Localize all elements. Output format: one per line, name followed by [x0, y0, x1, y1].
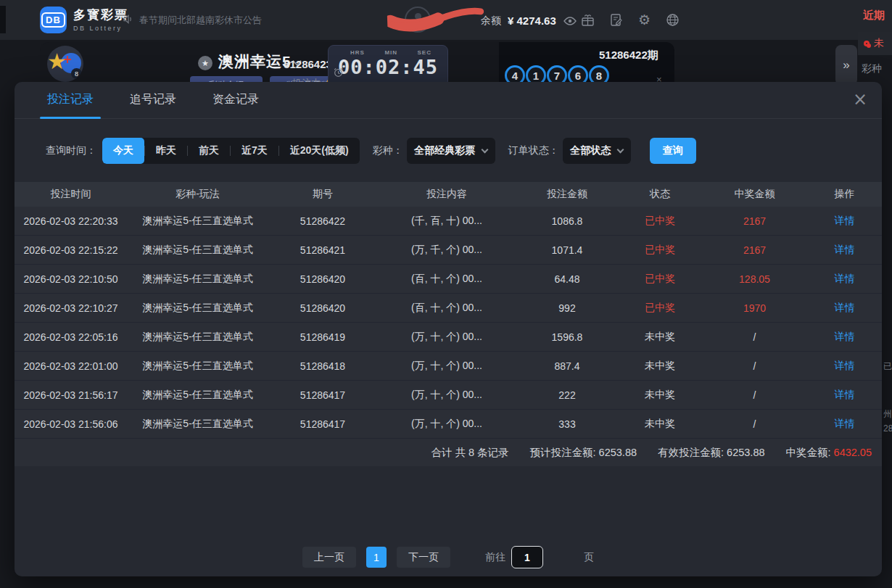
bet-content: (万, 十, 个) 00...	[377, 418, 516, 431]
report-icon[interactable]	[608, 12, 624, 28]
time-filter-day-before[interactable]: 前天	[188, 138, 230, 164]
bet-time: 2026-02-03 21:56:06	[15, 418, 127, 430]
favorite-star-icon[interactable]: ★	[198, 56, 212, 70]
game-playtype: 澳洲幸运5-任三直选单式	[127, 331, 268, 344]
game-playtype: 澳洲幸运5-任三直选单式	[127, 360, 268, 373]
table-row: 2026-02-03 22:01:00澳洲幸运5-任三直选单式51286418(…	[15, 352, 882, 381]
summary-total: 合计 共 8 条记录	[431, 446, 508, 460]
eight-ball: 8	[71, 68, 82, 79]
time-filter-label: 查询时间：	[46, 144, 96, 157]
alarm-clock-icon	[334, 67, 343, 78]
prize-value: /	[702, 418, 807, 430]
chevron-down-icon	[617, 146, 624, 153]
bet-amount: 64.48	[516, 273, 618, 285]
lottery-ball: 4	[505, 65, 525, 82]
table-row: 2026-02-03 22:05:16澳洲幸运5-任三直选单式51286419(…	[15, 323, 882, 352]
column-header-1: 彩种-玩法	[127, 188, 268, 201]
eye-icon[interactable]	[563, 13, 578, 28]
recent-tab-fragment[interactable]: 近期	[863, 9, 892, 22]
timer-labels: HRS MIN SEC	[329, 46, 447, 56]
detail-link[interactable]: 详情	[807, 273, 882, 286]
time-filter-today[interactable]: 今天	[102, 138, 144, 164]
detail-link[interactable]: 详情	[807, 302, 882, 315]
record-dot-icon	[864, 41, 870, 46]
bet-records-modal: 投注记录追号记录资金记录 × 查询时间： 今天昨天前天近7天近20天(低频) 彩…	[15, 82, 882, 576]
detail-link[interactable]: 详情	[807, 389, 882, 402]
time-filter-last-7-days[interactable]: 近7天	[231, 138, 278, 164]
game-playtype: 澳洲幸运5-任三直选单式	[127, 302, 268, 315]
search-button[interactable]: 查询	[650, 138, 696, 164]
unsettled-row-fragment[interactable]: 未	[858, 32, 892, 55]
table-body: 2026-02-03 22:20:33澳洲幸运5-任三直选单式51286422(…	[15, 207, 882, 439]
balance: 余额 ¥ 4274.63	[481, 13, 578, 28]
game-playtype: 澳洲幸运5-任三直选单式	[127, 389, 268, 402]
lottery-ball: 7	[547, 65, 567, 82]
brand-name-cn: 多寳彩票	[73, 7, 128, 23]
bet-content: (万, 千, 个) 00...	[377, 244, 516, 257]
status-text: 已中奖	[618, 302, 702, 315]
tab-chase-records[interactable]: 追号记录	[130, 82, 176, 119]
goto-page-input[interactable]	[511, 546, 543, 568]
bet-amount: 1596.8	[516, 331, 618, 343]
table-row: 2026-02-03 22:10:50澳洲幸运5-任三直选单式51286420(…	[15, 265, 882, 294]
status-text: 已中奖	[618, 244, 702, 257]
detail-link[interactable]: 详情	[807, 360, 882, 373]
filter-bar: 查询时间： 今天昨天前天近7天近20天(低频) 彩种： 全部经典彩票 订单状态：…	[46, 138, 882, 164]
tab-bet-records[interactable]: 投注记录	[47, 82, 94, 119]
rewards-icon[interactable]	[580, 12, 595, 28]
detail-link[interactable]: 详情	[807, 215, 882, 228]
topbar-icon-group: ⚙	[580, 12, 680, 28]
prize-value: 128.05	[702, 273, 807, 285]
collapse-draw-icon[interactable]: ×	[656, 74, 662, 82]
bet-content: (万, 十, 个) 00...	[377, 389, 516, 402]
prev-page-button[interactable]: 上一页	[302, 547, 356, 568]
summary-row: 合计 共 8 条记录 预计投注金额: 6253.88 有效投注金额: 6253.…	[15, 439, 882, 466]
goto-label: 前往	[485, 551, 505, 564]
next-page-button[interactable]: 下一页	[397, 547, 450, 568]
game-header: ★ 8 ★ 澳洲幸运5 彩种介绍 奖期及开奖时间 51286423期 投注中 H…	[40, 42, 674, 82]
lottery-ball: 6	[568, 65, 588, 82]
prize-value: /	[702, 360, 807, 372]
table-header-row: 投注时间彩种-玩法期号投注内容投注金额状态中奖金额操作	[15, 182, 882, 207]
speaker-icon	[123, 15, 134, 26]
time-filter-yesterday[interactable]: 昨天	[145, 138, 187, 164]
settings-gear-icon[interactable]: ⚙	[637, 12, 652, 28]
bet-amount: 1071.4	[516, 244, 618, 256]
bet-time: 2026-02-03 22:15:22	[15, 244, 127, 256]
topbar: DB 多寳彩票 DB Lottery 春节期间北部越南彩休市公告 余额 ¥ 42…	[0, 0, 892, 40]
bet-time: 2026-02-03 22:01:00	[15, 360, 127, 372]
period-number: 51286420	[268, 273, 377, 285]
timer-value: 00:02:45	[329, 56, 447, 78]
tab-fund-records[interactable]: 资金记录	[212, 82, 259, 119]
bet-time: 2026-02-03 22:10:27	[15, 302, 127, 314]
summary-win-value: 6432.05	[834, 447, 872, 458]
logo-text: DB	[41, 12, 65, 28]
close-icon[interactable]: ×	[853, 91, 867, 108]
detail-link[interactable]: 详情	[807, 244, 882, 257]
bet-amount: 333	[516, 418, 618, 430]
announcement-bar: 春节期间北部越南彩休市公告	[123, 14, 262, 27]
chevron-down-icon	[482, 146, 489, 153]
bet-time: 2026-02-03 22:05:16	[15, 331, 127, 343]
background-text-fragment: 州	[883, 408, 892, 421]
period-number: 51286418	[268, 360, 377, 372]
bet-content: (千, 百, 十) 00...	[377, 215, 516, 228]
table-row: 2026-02-03 22:20:33澳洲幸运5-任三直选单式51286422(…	[15, 207, 882, 236]
double-chevron-icon: »	[843, 58, 849, 73]
modal-tabs: 投注记录追号记录资金记录	[15, 82, 882, 119]
column-header-2: 期号	[268, 188, 377, 201]
lottery-select[interactable]: 全部经典彩票	[407, 138, 495, 164]
current-page-button[interactable]: 1	[366, 547, 387, 568]
prize-value: /	[702, 389, 807, 401]
language-globe-icon[interactable]	[665, 12, 680, 28]
detail-link[interactable]: 详情	[807, 418, 882, 431]
sidebar-expand-tab[interactable]: »	[835, 45, 857, 86]
prize-value: 1970	[702, 302, 807, 314]
time-filter-last-20-days[interactable]: 近20天(低频)	[279, 138, 360, 164]
order-status-select[interactable]: 全部状态	[563, 138, 631, 164]
status-text: 未中奖	[618, 360, 702, 373]
table-row: 2026-02-03 21:56:17澳洲幸运5-任三直选单式51286417(…	[15, 381, 882, 410]
brand-logo[interactable]: DB	[40, 7, 67, 33]
bet-content: (万, 十, 个) 00...	[377, 360, 516, 373]
detail-link[interactable]: 详情	[807, 331, 882, 344]
